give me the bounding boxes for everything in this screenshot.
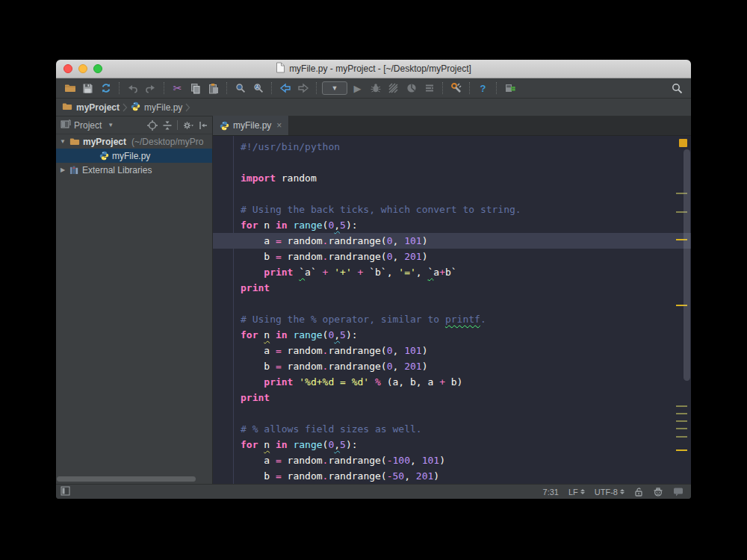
code-line[interactable]: print	[213, 390, 691, 405]
breadcrumb-label: myProject	[76, 102, 120, 113]
code-line[interactable]: b = random.randrange(-50, 201)	[213, 468, 691, 484]
code-line[interactable]: a = random.randrange(0, 101)	[213, 343, 691, 358]
tree-item-label: myProject	[83, 137, 126, 147]
svg-text:A: A	[255, 84, 259, 90]
lock-icon[interactable]	[634, 487, 643, 497]
message-bubble-icon[interactable]	[673, 487, 684, 497]
python-icon	[131, 102, 140, 113]
code-line[interactable]: for n in range(0,5):	[213, 437, 691, 452]
chevron-right-icon	[123, 102, 128, 113]
redo-icon[interactable]	[143, 81, 158, 96]
line-separator-selector[interactable]: LF	[568, 488, 585, 497]
header-separator	[177, 120, 178, 130]
tree-item-myproject[interactable]: ▼myProject(~/Desktop/myPro	[56, 134, 212, 149]
hector-icon[interactable]	[653, 487, 663, 497]
updown-arrows-icon	[620, 489, 624, 494]
debug-icon[interactable]	[368, 81, 383, 96]
code-line[interactable]: a = random.randrange(-100, 101)	[213, 452, 691, 468]
code-line[interactable]: print `a` + '+' + `b`, '=', `a+b`	[213, 264, 691, 280]
close-window-button[interactable]	[63, 64, 72, 73]
zoom-window-button[interactable]	[93, 64, 102, 73]
code-line[interactable]: b = random.randrange(0, 201)	[213, 249, 691, 264]
code-line[interactable]: # Using the back ticks, which convert to…	[213, 202, 691, 217]
code-line[interactable]: for n in range(0,5):	[213, 217, 691, 233]
replace-icon[interactable]: A	[250, 81, 266, 96]
tree-item-myfile-py[interactable]: myFile.py	[56, 149, 212, 163]
minimize-window-button[interactable]	[78, 64, 87, 73]
install-plugin-icon[interactable]	[502, 81, 518, 96]
code-line[interactable]: b = random.randrange(0, 201)	[213, 358, 691, 374]
code-line[interactable]	[213, 296, 691, 311]
editor[interactable]: #!/usr/bin/python import random # Using …	[213, 136, 691, 484]
editor-tab-myfile-py[interactable]: myFile.py×	[213, 116, 289, 135]
stripe-mark[interactable]	[676, 449, 687, 451]
toolbar-separator	[442, 82, 443, 94]
undo-icon[interactable]	[125, 81, 140, 96]
editor-vscrollbar[interactable]	[684, 149, 690, 381]
rerun-icon[interactable]	[421, 81, 437, 96]
code-line[interactable]: print '%d+%d = %d' % (a, b, a + b)	[213, 374, 691, 390]
code-line[interactable]: # Using the % operator, similar to print…	[213, 311, 691, 327]
project-panel: Project ▼ ▼myProject(~/Desktop/myPromyFi…	[56, 116, 213, 484]
code-line[interactable]: a = random.randrange(0, 101)	[213, 233, 691, 249]
gear-icon[interactable]	[182, 120, 193, 131]
breadcrumb-item-myproject[interactable]: myProject	[62, 102, 120, 113]
settings-wrench-icon[interactable]	[448, 81, 464, 96]
status-bar: 7:31 LF UTF-8	[56, 484, 691, 499]
code-line[interactable]	[213, 186, 691, 202]
main-area: Project ▼ ▼myProject(~/Desktop/myPromyFi…	[56, 116, 691, 484]
project-panel-title[interactable]: Project	[74, 120, 102, 131]
copy-icon[interactable]	[187, 81, 203, 96]
save-icon[interactable]	[80, 81, 96, 96]
locate-icon[interactable]	[147, 120, 158, 131]
caret-position[interactable]: 7:31	[543, 488, 559, 497]
stripe-mark[interactable]	[676, 413, 687, 414]
hide-panel-icon[interactable]	[198, 120, 208, 131]
expand-arrow-icon[interactable]: ▼	[59, 138, 66, 145]
encoding-selector[interactable]: UTF-8	[595, 488, 624, 497]
toolwindow-toggle-icon[interactable]	[61, 486, 70, 497]
run-config-dropdown[interactable]: ▼	[322, 81, 347, 95]
help-icon[interactable]: ?	[475, 81, 491, 96]
coverage-icon[interactable]	[385, 81, 401, 96]
code-content[interactable]: #!/usr/bin/python import random # Using …	[213, 139, 691, 484]
code-line[interactable]	[213, 405, 691, 421]
code-line[interactable]	[213, 155, 691, 170]
code-line[interactable]: import random	[213, 170, 691, 186]
code-line[interactable]: for n in range(0,5):	[213, 327, 691, 343]
inspection-indicator[interactable]	[679, 139, 687, 147]
back-icon[interactable]	[277, 81, 293, 96]
stripe-mark[interactable]	[676, 428, 687, 429]
breadcrumb-item-myfile-py[interactable]: myFile.py	[131, 102, 182, 113]
tree-item-external-libraries[interactable]: ▶External Libraries	[56, 163, 212, 177]
breadcrumb-label: myFile.py	[144, 102, 182, 113]
stripe-mark[interactable]	[676, 436, 687, 438]
sync-icon[interactable]	[98, 81, 114, 96]
stripe-mark[interactable]	[676, 405, 687, 407]
title-bar[interactable]: myFile.py - myProject - [~/Desktop/myPro…	[56, 60, 691, 78]
forward-icon[interactable]	[295, 81, 311, 96]
chevron-right-icon	[185, 102, 190, 113]
search-everywhere-icon[interactable]	[669, 81, 685, 96]
expand-arrow-icon[interactable]: ▶	[59, 167, 66, 173]
project-panel-hscrollbar[interactable]	[57, 476, 196, 482]
stripe-mark[interactable]	[676, 420, 687, 422]
open-folder-icon[interactable]	[62, 81, 78, 96]
editor-tab-bar: myFile.py×	[213, 116, 691, 136]
tab-close-icon[interactable]: ×	[276, 120, 282, 131]
editor-area: myFile.py× #!/usr/bin/python import rand…	[213, 116, 691, 484]
code-line[interactable]: print	[213, 280, 691, 296]
python-icon	[99, 151, 109, 161]
collapse-all-icon[interactable]	[162, 120, 173, 131]
main-toolbar: ✂A▼▶?	[56, 78, 691, 99]
find-icon[interactable]	[232, 81, 248, 96]
code-line[interactable]: #!/usr/bin/python	[213, 139, 691, 155]
paste-icon[interactable]	[205, 81, 221, 96]
cut-icon[interactable]: ✂	[170, 81, 185, 96]
folder-icon	[62, 102, 72, 113]
code-line[interactable]: # % allows field sizes as well.	[213, 421, 691, 437]
panel-dropdown-arrow[interactable]: ▼	[108, 122, 114, 128]
profiler-icon[interactable]	[403, 81, 419, 96]
tree-item-path: (~/Desktop/myPro	[131, 137, 203, 147]
run-icon[interactable]: ▶	[350, 81, 365, 96]
